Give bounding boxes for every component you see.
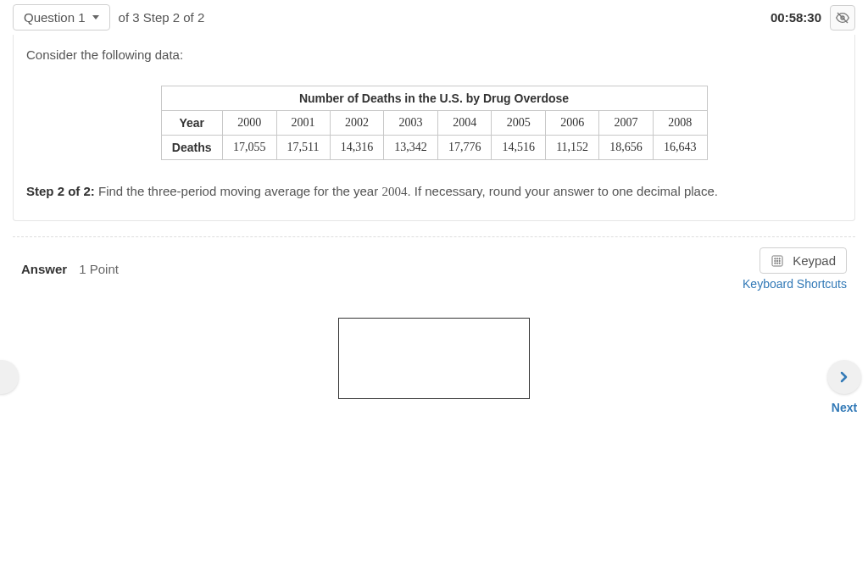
- year-cell: 2004: [437, 111, 492, 136]
- step-indicator: of 3 Step 2 of 2: [119, 10, 205, 25]
- svg-point-5: [779, 258, 780, 258]
- instruction-pre: Find the three-period moving average for…: [95, 184, 382, 198]
- question-label: Question 1: [24, 10, 86, 25]
- death-cell: 17,776: [437, 136, 492, 160]
- year-cell: 2003: [384, 111, 438, 136]
- next-button[interactable]: Next: [827, 360, 861, 414]
- top-bar: Question 1 of 3 Step 2 of 2 00:58:30: [0, 0, 868, 35]
- death-cell: 17,055: [222, 136, 276, 160]
- keypad-label: Keypad: [793, 253, 836, 268]
- svg-point-8: [779, 260, 780, 261]
- svg-point-11: [779, 263, 780, 263]
- year-header: Year: [161, 111, 222, 136]
- question-dropdown[interactable]: Question 1: [13, 4, 110, 31]
- points-label: 1 Point: [79, 262, 119, 276]
- deaths-row: Deaths 17,055 17,511 14,316 13,342 17,77…: [161, 136, 707, 160]
- answer-label: Answer: [21, 262, 67, 276]
- death-cell: 17,511: [276, 136, 330, 160]
- svg-point-4: [776, 258, 777, 258]
- eye-slash-icon: [836, 11, 849, 25]
- year-cell: 2001: [276, 111, 330, 136]
- death-cell: 18,656: [599, 136, 654, 160]
- year-cell: 2000: [222, 111, 276, 136]
- deaths-header: Deaths: [161, 136, 222, 160]
- keypad-button[interactable]: Keypad: [760, 247, 847, 274]
- year-cell: 2005: [492, 111, 546, 136]
- svg-point-7: [776, 260, 777, 261]
- instruction-year: 2004: [381, 185, 407, 198]
- timer: 00:58:30: [771, 10, 821, 25]
- hide-timer-button[interactable]: [830, 5, 855, 31]
- keypad-area: Keypad Keyboard Shortcuts: [743, 247, 847, 291]
- svg-point-10: [776, 263, 777, 263]
- next-label: Next: [832, 401, 857, 414]
- next-circle: [827, 360, 861, 394]
- year-row: Year 2000 2001 2002 2003 2004 2005 2006 …: [161, 111, 707, 136]
- keyboard-shortcuts-link[interactable]: Keyboard Shortcuts: [743, 277, 847, 291]
- timer-area: 00:58:30: [771, 5, 855, 31]
- intro-text: Consider the following data:: [26, 47, 842, 62]
- keypad-icon: [771, 254, 784, 268]
- year-cell: 2008: [653, 111, 707, 136]
- death-cell: 13,342: [384, 136, 438, 160]
- answer-input[interactable]: [338, 318, 530, 399]
- table-title: Number of Deaths in the U.S. by Drug Ove…: [161, 86, 707, 111]
- step-label: Step 2 of 2:: [26, 184, 95, 198]
- question-panel: Consider the following data: Number of D…: [13, 35, 855, 221]
- svg-point-9: [775, 263, 776, 263]
- divider: [13, 236, 855, 237]
- answer-section: Answer 1 Point Keypad Keyboard Shor: [13, 247, 855, 399]
- instruction-post: . If necessary, round your answer to one…: [407, 184, 718, 198]
- year-cell: 2007: [599, 111, 654, 136]
- death-cell: 16,643: [653, 136, 707, 160]
- answer-header: Answer 1 Point Keypad Keyboard Shor: [21, 247, 847, 291]
- death-cell: 11,152: [546, 136, 599, 160]
- chevron-right-icon: [840, 371, 849, 383]
- svg-point-6: [775, 260, 776, 261]
- death-cell: 14,316: [330, 136, 384, 160]
- svg-point-3: [775, 258, 776, 258]
- year-cell: 2006: [546, 111, 599, 136]
- answer-input-wrap: [21, 318, 847, 399]
- data-table: Number of Deaths in the U.S. by Drug Ove…: [161, 86, 708, 160]
- step-instruction: Step 2 of 2: Find the three-period movin…: [26, 184, 842, 199]
- death-cell: 14,516: [492, 136, 546, 160]
- year-cell: 2002: [330, 111, 384, 136]
- chevron-down-icon: [92, 15, 99, 19]
